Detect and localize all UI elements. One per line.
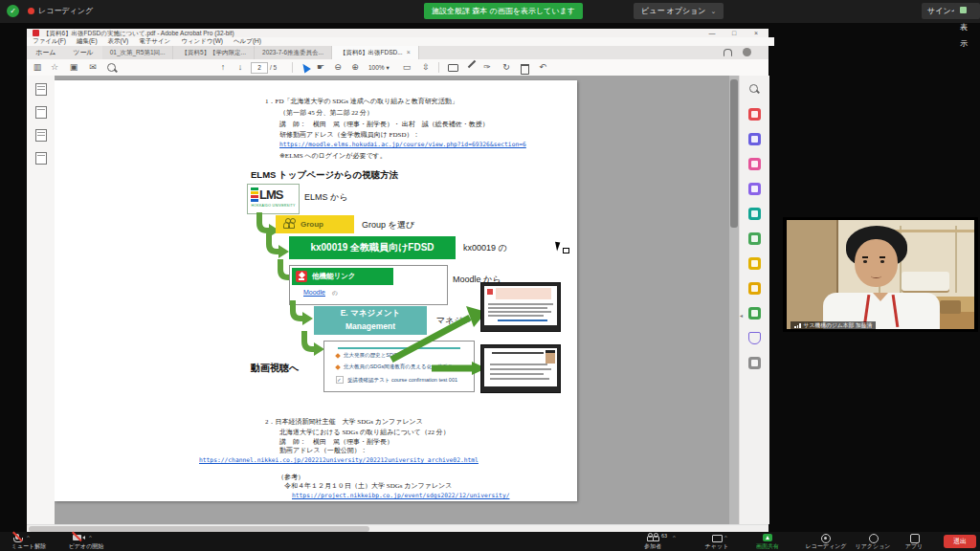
search-tools-icon[interactable] xyxy=(748,83,761,96)
flow-arrow-icon xyxy=(285,300,314,326)
menu-view[interactable]: 表示(V) xyxy=(108,37,129,46)
organize-pages-icon[interactable] xyxy=(748,232,761,245)
attachments-icon[interactable] xyxy=(35,129,47,142)
edit-pdf-icon[interactable] xyxy=(748,158,761,170)
create-pdf-icon[interactable] xyxy=(748,108,761,121)
doc-tab-active[interactable]: 【資料6】出張FDSD...× xyxy=(332,46,419,59)
chevron-down-icon: ⌄ xyxy=(711,8,717,14)
combine-files-icon[interactable] xyxy=(748,133,761,145)
account-avatar[interactable] xyxy=(743,48,751,56)
close-button[interactable]: × xyxy=(748,29,764,37)
search-icon[interactable] xyxy=(105,61,119,74)
leave-meeting-button[interactable]: 退出 xyxy=(944,535,976,548)
menu-help[interactable]: ヘルプ(H) xyxy=(234,37,261,46)
nikkei-channel-link[interactable]: https://channel.nikkei.co.jp/202212unive… xyxy=(199,456,479,463)
other-links-box: 他機能リンク Moodle の xyxy=(289,265,448,305)
export-pdf-icon[interactable] xyxy=(748,208,761,220)
stamp-icon[interactable] xyxy=(748,307,761,320)
hand-tool-icon[interactable]: ☛ xyxy=(314,61,327,74)
previous-page-icon[interactable]: ↑ xyxy=(216,61,230,74)
zoom-level-select[interactable]: 100% ▾ xyxy=(368,62,390,73)
panel-collapse-icon[interactable]: ◂ xyxy=(740,312,743,319)
maximize-button[interactable]: □ xyxy=(726,29,742,37)
moodle-course-link[interactable]: https://moodle.elms.hokudai.ac.jp/course… xyxy=(279,141,526,147)
mic-options-caret-icon[interactable]: ^ xyxy=(27,535,30,540)
bookmarks-icon[interactable] xyxy=(35,106,47,119)
page-display-icon[interactable]: ⇳ xyxy=(419,61,433,74)
diamond-bullet-icon xyxy=(335,364,341,370)
undo-icon[interactable]: ↶ xyxy=(536,61,549,74)
chair xyxy=(940,300,961,314)
graduation-cap-icon xyxy=(296,271,307,282)
security-shield-icon[interactable]: ✓ xyxy=(7,5,19,17)
protect-shield-icon[interactable] xyxy=(748,332,761,344)
moodle-link[interactable]: Moodle xyxy=(303,289,325,296)
page-number-input[interactable]: 2 xyxy=(251,62,268,74)
vertical-scrollbar[interactable] xyxy=(729,76,739,524)
fill-sign-icon[interactable]: ✑ xyxy=(480,61,494,74)
section1-address-label: 研修動画アドレス（全学教職員向け FDSD）： xyxy=(279,130,419,140)
select-tool-icon[interactable] xyxy=(300,62,311,74)
recording-label: レコーディング xyxy=(38,6,93,16)
fill-sign-tool-icon[interactable] xyxy=(748,183,761,195)
fit-width-icon[interactable]: ▭ xyxy=(400,61,413,74)
delete-trash-icon[interactable] xyxy=(521,64,529,75)
group-box: Group xyxy=(276,215,354,233)
notifications-bell-icon[interactable] xyxy=(724,49,732,56)
participants-caret-icon[interactable]: ^ xyxy=(673,535,676,540)
webcam-video: サス機構のジム本部 加藤清 xyxy=(787,220,974,329)
section1-title: 1．FD「北海道大学の SDGs 達成への取り組みと教育研究活動」 xyxy=(265,97,458,106)
request-signatures-icon[interactable] xyxy=(748,257,761,270)
star-favorites-icon[interactable]: ☆ xyxy=(48,61,61,74)
layers-icon[interactable] xyxy=(35,152,47,165)
doc-tab-2[interactable]: 【資料5】【学内限定... xyxy=(173,46,255,59)
diamond-bullet-icon xyxy=(335,353,341,359)
print-icon[interactable]: ▣ xyxy=(67,61,80,74)
flow-arrow-icon xyxy=(297,331,325,357)
doc-tab-3[interactable]: 2023-7-6推進委員会... xyxy=(255,46,332,59)
doc-tab-1[interactable]: 01_次第_R5第1回... xyxy=(102,46,174,59)
vertical-scrollbar-thumb[interactable] xyxy=(730,79,738,228)
rotate-icon[interactable]: ↻ xyxy=(500,61,513,74)
slide-logo xyxy=(487,289,493,295)
minimize-button[interactable]: — xyxy=(704,29,720,37)
nikkeibp-link[interactable]: https://project.nikkeibp.co.jp/event/sdg… xyxy=(292,492,509,498)
reference-event: 令和４年１２月１０日（土）大学 SDGs カンファレンス xyxy=(284,481,452,491)
comment-tool-icon[interactable] xyxy=(748,282,761,295)
tab-tools[interactable]: ツール xyxy=(64,46,101,59)
acrobat-tab-bar: ホーム ツール 01_次第_R5第1回... 【資料5】【学内限定... 202… xyxy=(27,46,768,59)
flow-heading: ELMS トップページからの視聴方法 xyxy=(251,169,398,182)
horizontal-arrow-icon xyxy=(432,361,487,376)
tab-home[interactable]: ホーム xyxy=(27,46,64,59)
section2-title: 2．日本経済新聞社主催 大学 SDGs カンファレンス xyxy=(265,417,423,427)
sidebar-toggle-icon[interactable]: ▥ xyxy=(31,61,44,74)
comment-icon[interactable] xyxy=(448,64,458,72)
chat-icon xyxy=(712,535,723,542)
kx-course-box: kx00019 全教職員向けFDSD xyxy=(289,236,456,259)
screen-share-banner: 施設全般課 森本 の画面を表示しています xyxy=(424,3,583,19)
pdf-page: 1．FD「北海道大学の SDGs 達成への取り組みと教育研究活動」 （第一部 4… xyxy=(55,80,577,501)
video-options-caret-icon[interactable]: ^ xyxy=(89,535,92,540)
window-title: 【資料6】出張FDSDの実施について.pdf - Adobe Acrobat P… xyxy=(43,29,234,37)
tab-close-icon[interactable]: × xyxy=(407,49,411,55)
more-tools-icon[interactable] xyxy=(748,357,761,369)
menu-file[interactable]: ファイル(F) xyxy=(33,37,66,46)
show-button[interactable]: 表示 xyxy=(954,3,980,19)
edit-pencil-icon[interactable] xyxy=(468,60,476,68)
menu-edit[interactable]: 編集(E) xyxy=(77,37,98,46)
watch-video-label: 動画視聴へ xyxy=(251,362,299,375)
acrobat-window: 【資料6】出張FDSDの実施について.pdf - Adobe Acrobat P… xyxy=(27,29,768,532)
zoom-in-icon[interactable]: ⊕ xyxy=(348,61,362,74)
zoom-out-icon[interactable]: ⊖ xyxy=(331,61,345,74)
chat-caret-icon[interactable]: ^ xyxy=(724,535,727,540)
page-thumbnails-icon[interactable] xyxy=(35,83,47,96)
webcam-tile: サス機構のジム本部 加藤清 xyxy=(783,217,978,332)
email-icon[interactable]: ✉ xyxy=(86,61,100,74)
document-area: 1．FD「北海道大学の SDGs 達成への取り組みと教育研究活動」 （第一部 4… xyxy=(55,76,739,524)
next-page-icon[interactable]: ↓ xyxy=(234,61,247,74)
person-face xyxy=(855,239,898,287)
menu-window[interactable]: ウィンドウ(W) xyxy=(181,37,223,46)
diagonal-arrow-icon xyxy=(388,304,487,364)
menu-esign[interactable]: 電子サイン xyxy=(139,37,170,46)
view-options-button[interactable]: ビュー オプション⌄ xyxy=(634,3,724,19)
